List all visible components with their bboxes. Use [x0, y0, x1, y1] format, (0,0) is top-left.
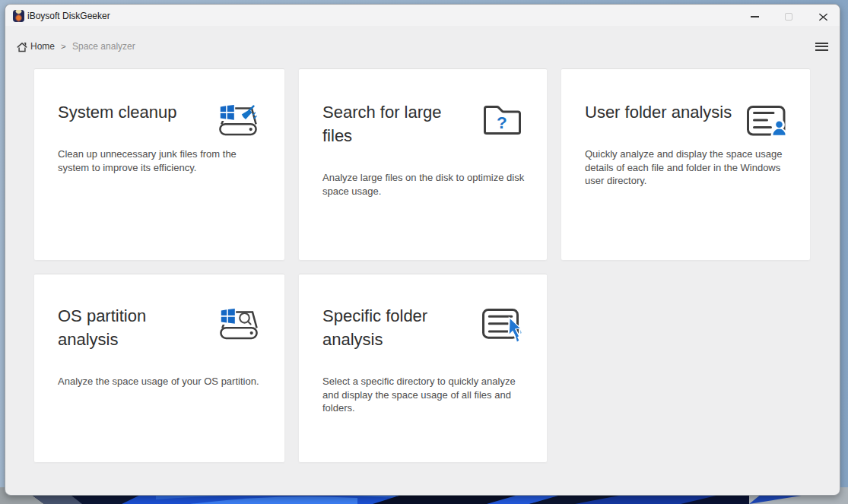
svg-text:?: ? — [497, 113, 507, 132]
